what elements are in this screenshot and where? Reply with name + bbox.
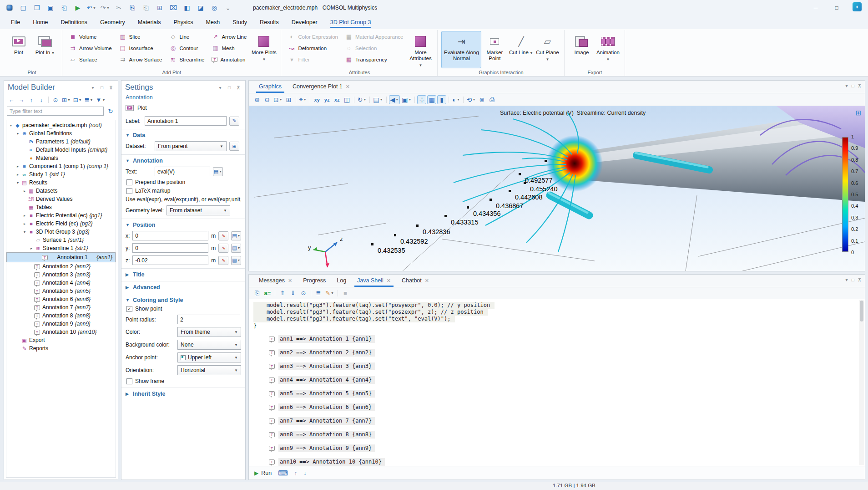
collapse-icon[interactable]: ▾ xyxy=(8,123,14,128)
print-icon[interactable]: ⎙ xyxy=(487,95,496,104)
snapshot-icon[interactable]: ⊚ xyxy=(477,95,486,104)
go-to-default-view-icon[interactable]: ⌖▼ xyxy=(298,95,308,104)
graphics-tab-graphics[interactable]: Graphics xyxy=(253,80,287,93)
menu-tab-home[interactable]: Home xyxy=(33,15,48,29)
expand-icon[interactable]: ▸ xyxy=(22,222,27,226)
close-tab-icon[interactable]: ✕ xyxy=(425,278,429,284)
ribbon-button-selection[interactable]: ◌Selection xyxy=(342,42,406,54)
section-title[interactable]: ▶Title xyxy=(126,271,241,278)
ribbon-button-arrow-volume[interactable]: ⇉Arrow Volume xyxy=(66,42,115,54)
view-xy-icon[interactable]: xy xyxy=(313,95,322,104)
ribbon-button-surface[interactable]: ▱Surface xyxy=(66,54,115,65)
tree-item-annotation-5[interactable]: TAnnotation 5{ann5} xyxy=(6,287,116,295)
position-z-input[interactable] xyxy=(132,255,208,265)
close-tab-icon[interactable]: ✕ xyxy=(346,84,350,90)
ribbon-button-mesh[interactable]: ▦Mesh xyxy=(208,42,250,54)
panel-menu-icon[interactable]: ▾ xyxy=(90,85,96,90)
clear-shell-icon[interactable]: ✎▼ xyxy=(324,289,335,298)
tree-item-pacemaker-electrode-mph[interactable]: ▾◆pacemaker_electrode.mph(root) xyxy=(6,121,116,129)
expand-icon[interactable]: ▸ xyxy=(22,214,27,218)
filter-tree-icon[interactable]: ▼▼ xyxy=(95,95,106,104)
paste-icon[interactable]: ⎗ xyxy=(140,2,152,13)
collapse-icon[interactable]: ▾ xyxy=(15,181,20,185)
run-icon[interactable]: ▶ xyxy=(72,2,84,13)
maximize-button[interactable]: □ xyxy=(826,0,847,15)
app-icon[interactable] xyxy=(4,2,15,13)
refresh-icon[interactable]: ↻ xyxy=(106,107,115,116)
section-advanced[interactable]: ▶Advanced xyxy=(126,284,241,291)
tree-item-annotation-2[interactable]: TAnnotation 2{ann2} xyxy=(6,262,116,271)
prepend-position-checkbox[interactable] xyxy=(126,179,132,185)
tree-item-annotation-10[interactable]: TAnnotation 10{ann10} xyxy=(6,328,116,336)
ribbon-button-arrow-surface[interactable]: ⇉Arrow Surface xyxy=(116,54,166,65)
ribbon-button-cut-line[interactable]: ╱Cut Line ▼ xyxy=(508,31,534,68)
show-grid-icon[interactable]: ▦ xyxy=(427,95,436,104)
expand-all-icon[interactable]: ⊞▼ xyxy=(61,95,71,104)
ribbon-button-marker-point[interactable]: Marker Point xyxy=(481,31,508,68)
rotate-view-icon[interactable]: ↻▼ xyxy=(357,95,368,104)
float-icon[interactable]: □ xyxy=(99,85,105,90)
tree-item-parameters-1[interactable]: PiParameters 1{default} xyxy=(6,138,116,146)
menu-tab-file[interactable]: File xyxy=(11,15,20,29)
edit-dataset-button[interactable]: ⊞ xyxy=(229,142,239,151)
projection-icon[interactable]: ◫ xyxy=(343,95,352,104)
copy-icon[interactable]: ⎘ xyxy=(252,289,262,298)
tree-item-global-definitions[interactable]: ▾⊕Global Definitions xyxy=(6,129,116,138)
chat-icon[interactable]: ✦ xyxy=(853,2,862,11)
point-radius-input[interactable] xyxy=(177,315,240,324)
float-icon[interactable]: □ xyxy=(852,277,854,282)
ribbon-button-streamline[interactable]: ≋Streamline xyxy=(166,54,207,65)
duplicate-icon[interactable]: ⊞ xyxy=(154,2,166,13)
forward-icon[interactable]: → xyxy=(17,95,26,104)
copy-icon[interactable]: ⎘ xyxy=(126,2,138,13)
view-yz-icon[interactable]: yz xyxy=(323,95,332,104)
tree-item-surface-1[interactable]: ▱Surface 1{surf1} xyxy=(6,236,116,244)
zoom-extents-icon[interactable]: ⊞ xyxy=(284,95,293,104)
shell-scrollbar[interactable] xyxy=(859,300,864,465)
sound-icon[interactable]: ◀▼ xyxy=(389,95,400,104)
ribbon-button-more-plots[interactable]: More Plots ▼ xyxy=(251,31,277,68)
find-icon[interactable]: ◎ xyxy=(208,2,220,13)
tree-item-annotation-6[interactable]: TAnnotation 6{ann6} xyxy=(6,295,116,303)
float-icon[interactable]: □ xyxy=(226,85,232,90)
back-icon[interactable]: ← xyxy=(7,95,16,104)
cut-icon[interactable]: ✂ xyxy=(113,2,125,13)
scroll-down-icon[interactable]: ⇓ xyxy=(288,289,298,298)
ribbon-button-evaluate-along-normal[interactable]: ⇥Evaluate Along Normal xyxy=(441,31,481,68)
ribbon-button-deformation[interactable]: ↝Deformation xyxy=(285,42,341,54)
parameter-menu-button[interactable]: ▤▼ xyxy=(231,256,241,265)
tree-item-annotation-9[interactable]: TAnnotation 9{ann9} xyxy=(6,320,116,328)
collapse-icon[interactable]: ▾ xyxy=(15,132,20,136)
undo-icon[interactable]: ↶▼ xyxy=(86,2,97,13)
parameter-menu-button[interactable]: ▤▼ xyxy=(231,244,241,253)
expand-icon[interactable]: ▸ xyxy=(15,164,20,168)
section-annotation[interactable]: ▼Annotation xyxy=(126,158,241,164)
section-position[interactable]: ▼Position xyxy=(126,222,241,228)
collapse-icon[interactable]: ▾ xyxy=(22,230,27,234)
collapse-all-icon[interactable]: ⊟▼ xyxy=(72,95,83,104)
panel-menu-icon[interactable]: ▾ xyxy=(217,85,223,90)
environment-icon[interactable]: ▣▼ xyxy=(401,95,412,104)
tree-item-streamline-1[interactable]: ▸≋Streamline 1{str1} xyxy=(6,244,116,252)
save-as-icon[interactable]: ⎗ xyxy=(58,2,70,13)
ribbon-button-contour[interactable]: ◎Contour xyxy=(166,42,207,54)
scene-settings-icon[interactable]: ▤▼ xyxy=(372,95,384,104)
show-point-checkbox[interactable]: ✓ xyxy=(126,306,132,312)
plot-area[interactable]: y z x Surface: Electric potential (V) St… xyxy=(249,106,865,271)
delete-icon[interactable]: ⌧ xyxy=(167,2,179,13)
close-tab-icon[interactable]: ✕ xyxy=(387,278,391,284)
close-tab-icon[interactable]: ✕ xyxy=(288,278,292,284)
tree-item-3d-plot-group-3[interactable]: ▾■3D Plot Group 3{pg3} xyxy=(6,228,116,236)
menu-tab-physics[interactable]: Physics xyxy=(173,15,193,29)
section-data[interactable]: ▼Data xyxy=(126,132,241,138)
save-icon[interactable]: ▣ xyxy=(45,2,56,13)
customize-toolbar-icon[interactable]: ⌄ xyxy=(222,2,234,13)
tree-item-annotation-4[interactable]: TAnnotation 4{ann4} xyxy=(6,279,116,287)
move-up-icon[interactable]: ↑ xyxy=(27,95,36,104)
pin-icon[interactable]: ⊼ xyxy=(858,277,861,282)
exclude-icon[interactable]: ◪ xyxy=(195,2,207,13)
panel-menu-icon[interactable]: ▾ xyxy=(846,277,848,282)
minimize-button[interactable]: ─ xyxy=(805,0,826,15)
label-input[interactable] xyxy=(145,116,227,126)
menu-tab-materials[interactable]: Materials xyxy=(138,15,161,29)
